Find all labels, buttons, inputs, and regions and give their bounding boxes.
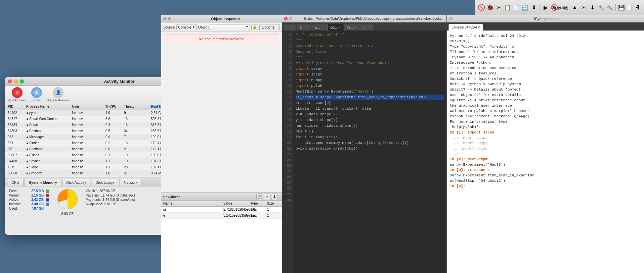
toolbar-arrow-icon[interactable]: ▶ <box>542 4 549 11</box>
toolbar-debug-icon[interactable]: 🐞 <box>486 4 494 11</box>
close-button[interactable] <box>8 79 12 84</box>
col-name-header[interactable]: Name <box>161 202 221 205</box>
toolbar-stop-icon[interactable]: 🚫 <box>551 4 558 11</box>
tab-label: ... <box>287 25 289 29</box>
var-row[interactable]: e 3.141592653589793 float 1 <box>161 213 282 219</box>
wired-swatch <box>46 194 49 197</box>
tab-close[interactable]: ✕ <box>354 26 357 29</box>
inactive-value: 3.40 GB <box>31 202 44 206</box>
editor-tab-...[interactable]: ...✕ <box>284 24 296 31</box>
ipy-close-btn[interactable] <box>449 17 453 20</box>
col-type-header[interactable]: Type <box>248 202 265 205</box>
ipy-line: sarpy.Experiment.find_scan_in_experime <box>450 173 641 178</box>
pid-cell: 99068 <box>6 171 25 175</box>
options-btn[interactable]: Options... <box>259 24 280 30</box>
am-tab-disk-usage[interactable]: Disk Usage <box>91 179 119 186</box>
am-tab-network[interactable]: Network <box>120 179 142 186</box>
editor-close-btn[interactable] <box>284 17 288 20</box>
toolbar-down-icon[interactable]: ⬇ <box>530 4 538 11</box>
minimize-button[interactable] <box>14 79 18 84</box>
var-add-btn[interactable]: + <box>264 194 270 200</box>
var-row[interactable]: pi 2.7182818284590045 float 1 <box>161 207 282 213</box>
editor-tab-a...[interactable]: a...✕ <box>297 24 311 31</box>
line-number: 21 <box>282 146 291 152</box>
editor-tab-t...[interactable]: t...✕ <box>360 24 374 31</box>
inspect-button[interactable]: ℹ Inspect <box>31 87 42 102</box>
var-table-body: pi 2.7182818284590045 float 1 e 3.141592… <box>161 207 282 219</box>
col-pid[interactable]: PID <box>6 105 25 108</box>
user-cell: fmoosvi <box>71 165 104 169</box>
editor-tab-w...[interactable]: w...✕ <box>312 24 327 31</box>
tab-close[interactable]: ✕ <box>321 26 324 29</box>
ipy-tab-close[interactable]: ✕ <box>477 25 480 29</box>
pid-cell: 331 <box>6 141 25 145</box>
ipy-line: "license" for more information. <box>450 49 641 55</box>
tab-label: t... <box>363 25 367 29</box>
active-stat: Active: 3.42 GB <box>9 198 49 202</box>
cpu-cell: 1.3 <box>104 165 123 169</box>
col-value-header[interactable]: Value <box>221 202 248 205</box>
code-line: @author: firas <box>296 49 444 55</box>
name-cell: ● Messages <box>25 135 71 139</box>
obj-title: Object inspector <box>211 17 240 21</box>
toolbar-file-icon[interactable]: 📄 <box>513 4 520 11</box>
col-size-header[interactable]: Size <box>265 202 282 205</box>
code-area[interactable]: # -*- coding: utf-8 -*-"""Created on Wed… <box>293 31 446 273</box>
toolbar-build-icon[interactable]: 🔨 <box>606 4 613 11</box>
quit-icon: ✕ <box>12 87 23 98</box>
toolbar-paste-icon[interactable]: 📋 <box>504 4 511 11</box>
maximize-button[interactable] <box>20 79 24 84</box>
ipy-tab-console[interactable]: Console 34492/A ✕ <box>448 24 483 31</box>
obj-lock-btn[interactable]: 🔒 <box>251 24 258 30</box>
editor-titlebar: Editor - /Volumes/Data/Dropboxes/PhD./Dr… <box>282 15 446 22</box>
toolbar-x-icon[interactable]: ✂ <box>580 4 587 11</box>
editor-tab-re...[interactable]: re...✕ <box>344 24 360 31</box>
tab-close[interactable]: ✕ <box>291 26 293 29</box>
toolbar-run-icon[interactable]: 🚫 <box>478 4 485 11</box>
toolbar-save-icon[interactable]: 💾 <box>618 4 625 11</box>
variable-explorer-panel: t explorer 🔄 + ⬇ Name Value Type Size pi… <box>161 193 282 273</box>
ipy-title: IPython console <box>534 17 560 21</box>
sample-process-button[interactable]: 👤 Sample Process <box>47 87 70 102</box>
var-refresh-btn[interactable]: 🔄 <box>256 194 263 200</box>
var-value: 2.7182818284590045 <box>221 208 248 211</box>
col-user[interactable]: User <box>71 105 104 108</box>
name-cell: ● python <box>25 111 71 115</box>
editor-tab-Lo...[interactable]: Lo...✕ <box>327 24 344 31</box>
user-cell: fmoosvi <box>71 111 104 115</box>
var-down-btn[interactable]: ⬇ <box>271 194 278 200</box>
code-line: for i in range(25): <box>296 134 444 140</box>
toolbar-dl-icon[interactable]: ⬇ <box>589 4 596 11</box>
user-cell: fmoosvi <box>71 123 104 127</box>
col-name[interactable]: Process Name <box>25 105 71 108</box>
user-cell: fmoosvi <box>71 153 104 157</box>
ipy-content[interactable]: Python 2.7.3 (default, Jul 24 2012,20:20… <box>447 31 644 192</box>
col-cpu[interactable]: % CPU <box>104 105 123 108</box>
ipy-line: Type "copyright", "credits" or <box>450 44 641 49</box>
tab-close[interactable]: ✕ <box>338 26 341 29</box>
am-tab-disk-activity[interactable]: Disk Activity <box>62 179 91 186</box>
tab-close[interactable]: ✕ <box>369 26 371 29</box>
ipy-line: the graphical user interface. <box>450 103 641 108</box>
var-title: t explorer <box>163 195 180 199</box>
obj-close-btn[interactable]: ✕ <box>163 17 167 20</box>
tab-close[interactable]: ✕ <box>306 26 308 29</box>
editor-min-btn[interactable] <box>289 17 292 20</box>
toolbar-refresh-icon[interactable]: 🔄 <box>521 4 529 11</box>
toolbar-cut-icon[interactable]: ✂ <box>495 4 503 11</box>
object-dropdown[interactable]: ▼ <box>210 24 250 30</box>
col-threads[interactable]: Thre... <box>123 105 149 108</box>
obj-min-btn[interactable]: − <box>168 17 171 20</box>
toolbar-print-icon[interactable]: 🖨 <box>634 4 641 11</box>
line-number: 29 <box>282 192 291 197</box>
toolbar-saveall-icon[interactable]: 📑 <box>626 4 633 11</box>
quit-process-button[interactable]: ✕ Quit Process <box>8 87 26 102</box>
toolbar-up-icon[interactable]: ▲ <box>571 4 578 11</box>
am-tab-cpu[interactable]: CPU <box>7 179 24 186</box>
toolbar-grid-icon[interactable]: ⊞ <box>562 4 570 11</box>
am-tab-system-memory[interactable]: System Memory <box>24 179 61 186</box>
toolbar-gear-icon[interactable]: 🔧 <box>597 4 605 11</box>
source-dropdown[interactable]: Console ▼ <box>176 24 197 30</box>
line-number: 5 <box>282 55 291 60</box>
line-number: 17 <box>282 123 291 129</box>
